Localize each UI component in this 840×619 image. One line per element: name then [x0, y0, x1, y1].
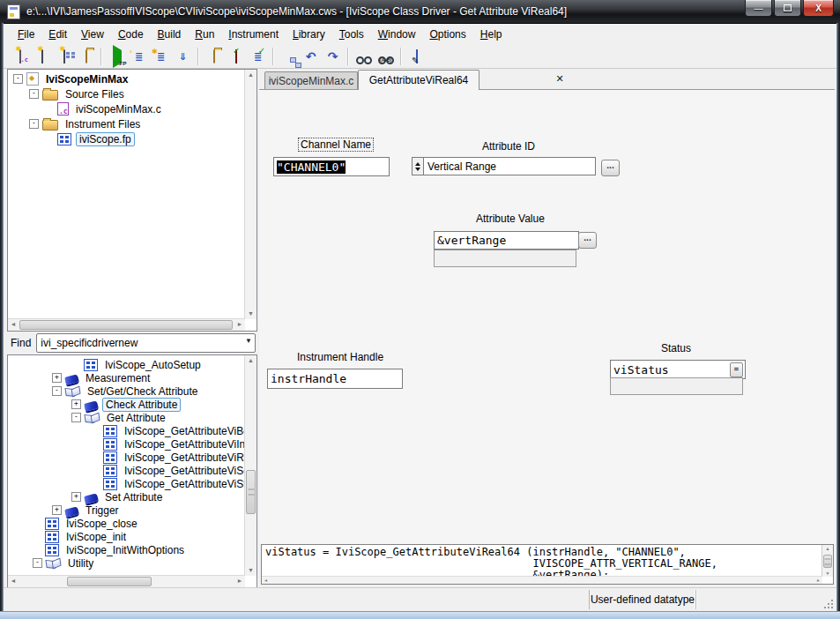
restore-button[interactable]: [774, 0, 801, 17]
menu-file[interactable]: File: [11, 26, 41, 43]
scroll-thumb[interactable]: [823, 555, 832, 568]
tree-item[interactable]: +Trigger: [10, 503, 244, 517]
undo-button[interactable]: ↶: [300, 46, 322, 66]
check-list-button[interactable]: ≣✓: [247, 46, 269, 66]
dropdown-arrow-icon[interactable]: ▼: [245, 337, 252, 345]
menu-code[interactable]: Code: [111, 26, 151, 43]
scroll-right-icon[interactable]: ►: [234, 319, 245, 330]
resize-grip[interactable]: [822, 598, 833, 608]
tree-item[interactable]: -Utility: [10, 556, 244, 570]
menu-view[interactable]: View: [74, 26, 111, 43]
minimize-button[interactable]: —: [745, 0, 772, 17]
tree-item[interactable]: IviScope_GetAttributeViString: [10, 477, 244, 490]
tab-iviscopeminmax-c[interactable]: iviScopeMinMax.c: [264, 71, 358, 89]
scroll-left-icon[interactable]: ◄: [8, 576, 19, 586]
function-tree-hscrollbar[interactable]: ◄ ►: [8, 575, 245, 587]
collapse-toggle-icon[interactable]: -: [13, 74, 23, 84]
code-vscrollbar[interactable]: ▲ ▼: [821, 545, 833, 577]
new-panel-button[interactable]: [53, 46, 75, 66]
scroll-left-icon[interactable]: ◄: [264, 578, 268, 583]
instrument-handle-input[interactable]: instrHandle: [267, 369, 403, 389]
tree-item[interactable]: -Set/Get/Check Attribute: [10, 384, 244, 398]
new-list-button[interactable]: ≣✱: [150, 46, 172, 66]
tree-item[interactable]: IviScope_GetAttributeViReal64: [10, 451, 244, 464]
tree-item[interactable]: -IviScopeMinMax: [10, 71, 244, 86]
collapse-toggle-icon[interactable]: -: [29, 119, 39, 129]
scroll-down-icon[interactable]: ▼: [245, 565, 256, 576]
collapse-toggle-icon[interactable]: -: [33, 558, 42, 568]
tree-item[interactable]: +Measurement: [10, 371, 244, 384]
tree-view-button[interactable]: [278, 46, 300, 66]
tree-item[interactable]: -Instrument Files: [10, 116, 244, 131]
menu-window[interactable]: Window: [371, 26, 423, 43]
new-window-button[interactable]: [31, 46, 53, 66]
attribute-value-input[interactable]: &vertRange: [434, 231, 579, 250]
open-button[interactable]: [75, 46, 97, 66]
scroll-left-icon[interactable]: ◄: [8, 319, 19, 330]
collapse-toggle-icon[interactable]: -: [29, 89, 39, 99]
channel-name-input[interactable]: "CHANNEL0": [273, 157, 390, 176]
expand-toggle-icon[interactable]: +: [52, 373, 62, 383]
scroll-down-icon[interactable]: ▼: [822, 570, 833, 577]
open-header-button[interactable]: [203, 46, 225, 66]
find-button[interactable]: [353, 46, 375, 66]
tree-item[interactable]: iviScopeMinMax.c: [10, 101, 244, 116]
expand-toggle-icon[interactable]: +: [52, 505, 62, 515]
edit-dialog-button[interactable]: [405, 46, 427, 66]
menu-help[interactable]: Help: [473, 26, 509, 43]
project-tree-hscrollbar[interactable]: ◄ ►: [8, 318, 245, 331]
tab-getattributevireal64[interactable]: GetAttributeViReal64: [358, 70, 479, 90]
scroll-right-icon[interactable]: ►: [816, 578, 821, 583]
scroll-right-icon[interactable]: ►: [234, 576, 245, 586]
scroll-thumb[interactable]: [19, 320, 233, 330]
tree-item[interactable]: iviScope.fp: [10, 131, 244, 146]
tree-item[interactable]: IviScope_AutoSetup: [10, 358, 244, 371]
tree-item[interactable]: IviScope_GetAttributeViInt32: [10, 437, 244, 451]
tree-item[interactable]: IviScope_close: [10, 517, 244, 530]
status-output[interactable]: viStatus =: [610, 360, 746, 379]
tree-item[interactable]: +Set Attribute: [10, 490, 244, 503]
tab-close-icon[interactable]: ✕: [554, 73, 566, 85]
attribute-id-ring[interactable]: Vertical Range: [412, 157, 596, 175]
project-tree-vscrollbar[interactable]: ▲ ▼: [244, 70, 256, 319]
collapse-toggle-icon[interactable]: -: [71, 413, 81, 422]
scroll-thumb[interactable]: [67, 577, 152, 586]
scroll-up-icon[interactable]: ▲: [245, 70, 256, 80]
tree-item[interactable]: -Source Files: [10, 86, 244, 101]
menu-tools[interactable]: Tools: [332, 26, 371, 43]
replace-button[interactable]: (A+B): [375, 46, 397, 66]
expand-toggle-icon[interactable]: +: [71, 492, 81, 502]
scroll-up-icon[interactable]: ▲: [245, 355, 256, 366]
close-button[interactable]: X: [803, 0, 834, 17]
tree-item[interactable]: IviScope_InitWithOptions: [10, 543, 244, 556]
attribute-value-browse-button[interactable]: ...: [578, 232, 597, 249]
attribute-id-browse-button[interactable]: ...: [601, 160, 620, 176]
menu-edit[interactable]: Edit: [41, 26, 74, 43]
menu-options[interactable]: Options: [422, 26, 472, 43]
find-combobox[interactable]: ivi_specificdrivernew ▼: [36, 333, 256, 353]
insert-construct-button[interactable]: ≣›: [128, 46, 150, 66]
scroll-down-icon[interactable]: ▼: [245, 309, 256, 319]
attribute-id-value[interactable]: Vertical Range: [423, 157, 596, 175]
spinner-icon[interactable]: [412, 157, 423, 175]
download-button[interactable]: ⇓: [172, 46, 194, 66]
collapse-toggle-icon[interactable]: -: [52, 386, 62, 396]
code-hscrollbar[interactable]: ◄ ►: [262, 576, 822, 584]
expand-toggle-icon[interactable]: +: [71, 399, 81, 409]
function-tree-vscrollbar[interactable]: ▲ ▼: [244, 355, 256, 576]
tree-item[interactable]: +Check Attribute: [10, 398, 244, 411]
tree-item[interactable]: IviScope_GetAttributeViBoolean: [10, 424, 244, 437]
tree-item[interactable]: -Get Attribute: [10, 411, 244, 424]
tree-item[interactable]: IviScope_GetAttributeViSession: [10, 464, 244, 477]
tree-item[interactable]: IviScope_init: [10, 530, 244, 543]
menu-library[interactable]: Library: [286, 26, 332, 43]
menu-instrument[interactable]: Instrument: [221, 26, 286, 43]
redo-button[interactable]: ↷: [322, 46, 344, 66]
menu-build[interactable]: Build: [151, 26, 189, 43]
equals-button[interactable]: =: [730, 362, 743, 377]
scroll-thumb[interactable]: [246, 470, 256, 514]
scroll-up-icon[interactable]: ▲: [822, 545, 833, 552]
menu-run[interactable]: Run: [188, 26, 221, 43]
build-target-button[interactable]: ✓: [225, 46, 247, 66]
new-source-button[interactable]: [9, 46, 31, 66]
